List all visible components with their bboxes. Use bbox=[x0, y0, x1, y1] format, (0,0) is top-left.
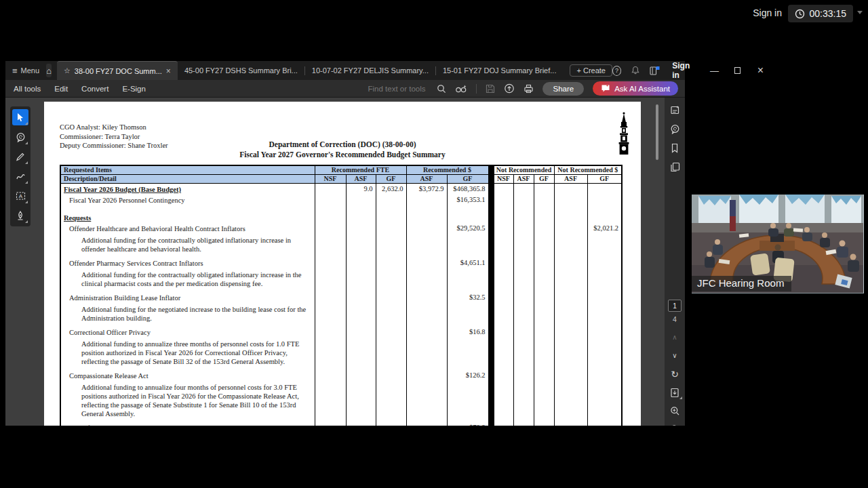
value-cell: 2,632.0 bbox=[376, 184, 406, 195]
col-header: GF bbox=[447, 175, 488, 184]
value-cell bbox=[534, 381, 554, 422]
search-input[interactable] bbox=[368, 84, 446, 94]
zoom-out-button[interactable] bbox=[665, 421, 685, 426]
value-cell bbox=[315, 184, 346, 195]
app-signin-button[interactable]: Sign in bbox=[672, 61, 696, 80]
title-line-1: Department of Correction (DOC) (38-00-00… bbox=[44, 140, 641, 150]
vertical-scrollbar-thumb[interactable] bbox=[656, 104, 658, 160]
value-cell: $32.5 bbox=[447, 292, 488, 303]
value-cell bbox=[513, 422, 534, 426]
sign-tool-button[interactable] bbox=[12, 207, 28, 224]
value-cell bbox=[346, 381, 376, 422]
tab-doc-summary[interactable]: ☆ 38-00 FY27 DOC Summ... × bbox=[57, 61, 178, 80]
value-cell bbox=[406, 292, 447, 303]
chevron-down-icon[interactable] bbox=[857, 11, 863, 14]
next-page-button[interactable]: ∨ bbox=[665, 348, 685, 364]
zoom-out-icon bbox=[670, 424, 680, 426]
value-cell bbox=[315, 258, 346, 268]
value-cell bbox=[346, 292, 376, 303]
window-minimize-button[interactable]: — bbox=[708, 66, 721, 76]
recommended-fte-header: Recommended FTE bbox=[315, 165, 406, 175]
select-tool-button[interactable] bbox=[12, 109, 28, 125]
tab-close-icon[interactable]: × bbox=[166, 66, 171, 76]
window-close-button[interactable]: × bbox=[754, 64, 767, 77]
stream-timer: 00:33:15 bbox=[788, 5, 854, 22]
convert-button[interactable]: Convert bbox=[81, 85, 108, 93]
value-cell bbox=[587, 268, 622, 292]
search-icon[interactable] bbox=[437, 84, 446, 94]
bookmarks-panel-button[interactable] bbox=[665, 140, 685, 156]
table-row: Fiscal Year 2026 Personnel Contingency$1… bbox=[60, 195, 622, 212]
tool-dropdown-indicator bbox=[25, 122, 28, 125]
esign-button[interactable]: E-Sign bbox=[122, 85, 146, 93]
value-cell bbox=[494, 381, 513, 422]
notifications-bell-icon[interactable] bbox=[631, 66, 640, 75]
value-cell bbox=[376, 223, 406, 234]
value-cell bbox=[406, 212, 447, 223]
table-divider-cell bbox=[488, 195, 494, 212]
value-cell: $468,365.8 bbox=[447, 184, 488, 195]
value-cell bbox=[406, 195, 447, 212]
hearing-room-video[interactable]: JFC Hearing Room bbox=[692, 195, 864, 293]
col-header: ASF bbox=[346, 175, 376, 184]
row-label: Additional funding for the negotiated in… bbox=[60, 303, 315, 327]
star-icon[interactable]: ☆ bbox=[64, 66, 71, 75]
rotate-page-button[interactable]: ↻ bbox=[665, 366, 685, 382]
comment-tool-button[interactable] bbox=[12, 129, 28, 145]
value-cell bbox=[494, 184, 513, 195]
fit-page-button[interactable] bbox=[665, 384, 685, 401]
zoom-in-button[interactable] bbox=[665, 403, 685, 419]
tab-deljis-summary[interactable]: 10-07-02 FY27 DELJIS Summary... bbox=[305, 61, 435, 80]
ask-ai-assistant-button[interactable]: Ask AI Assistant bbox=[593, 81, 678, 96]
value-cell bbox=[554, 370, 587, 381]
tool-dropdown-indicator bbox=[25, 161, 28, 164]
cloud-upload-icon[interactable] bbox=[504, 83, 515, 94]
add-text-tool-button[interactable]: A bbox=[12, 188, 28, 204]
tab-dshs-summary[interactable]: 45-00 FY27 DSHS Summary Bri... bbox=[178, 61, 304, 80]
value-cell bbox=[494, 370, 513, 381]
value-cell bbox=[447, 338, 488, 370]
edit-button[interactable]: Edit bbox=[54, 85, 68, 93]
print-icon[interactable] bbox=[524, 84, 534, 94]
share-button[interactable]: Share bbox=[542, 82, 584, 96]
table-divider-cell bbox=[488, 223, 494, 234]
value-cell bbox=[587, 338, 622, 370]
value-cell bbox=[346, 268, 376, 292]
value-cell bbox=[554, 223, 587, 234]
all-tools-button[interactable]: All tools bbox=[14, 85, 41, 93]
value-cell: $126.2 bbox=[447, 370, 488, 381]
draw-tool-button[interactable] bbox=[12, 148, 28, 165]
value-cell bbox=[534, 234, 554, 258]
window-restore-button[interactable] bbox=[734, 67, 741, 74]
comments-panel-button[interactable] bbox=[665, 121, 685, 137]
value-cell bbox=[315, 234, 346, 258]
table-divider-cell bbox=[488, 327, 494, 338]
highlight-tool-button[interactable] bbox=[12, 168, 28, 184]
previous-page-button[interactable]: ∧ bbox=[665, 329, 685, 346]
pencil-icon bbox=[16, 152, 25, 161]
menu-button[interactable]: ≡ Menu bbox=[5, 66, 46, 76]
stream-signin-link[interactable]: Sign in bbox=[753, 7, 782, 18]
not-recommended-header: Not Recommended bbox=[494, 165, 554, 175]
tab-doj-summary[interactable]: 15-01 FY27 DOJ Summary Brief... bbox=[436, 61, 564, 80]
ai-summary-glasses-icon[interactable] bbox=[455, 84, 467, 94]
help-icon[interactable]: ? bbox=[612, 66, 621, 76]
value-cell bbox=[447, 303, 488, 327]
value-cell bbox=[494, 292, 513, 303]
value-cell bbox=[554, 338, 587, 370]
value-cell bbox=[513, 338, 534, 370]
ai-summary-panel-button[interactable] bbox=[665, 102, 685, 118]
page-thumbnails-panel-button[interactable] bbox=[665, 159, 685, 175]
search-field[interactable] bbox=[368, 85, 433, 93]
comment-icon bbox=[16, 132, 26, 142]
workspaces-icon[interactable] bbox=[650, 66, 660, 76]
value-cell bbox=[376, 303, 406, 327]
value-cell bbox=[587, 195, 622, 212]
current-page-input[interactable]: 1 bbox=[668, 300, 682, 312]
cursor-icon bbox=[16, 113, 25, 122]
create-tab-button[interactable]: + Create bbox=[570, 64, 612, 77]
value-cell bbox=[513, 370, 534, 381]
table-divider bbox=[488, 165, 494, 184]
home-button[interactable]: ⌂ bbox=[46, 64, 52, 77]
value-cell bbox=[534, 292, 554, 303]
